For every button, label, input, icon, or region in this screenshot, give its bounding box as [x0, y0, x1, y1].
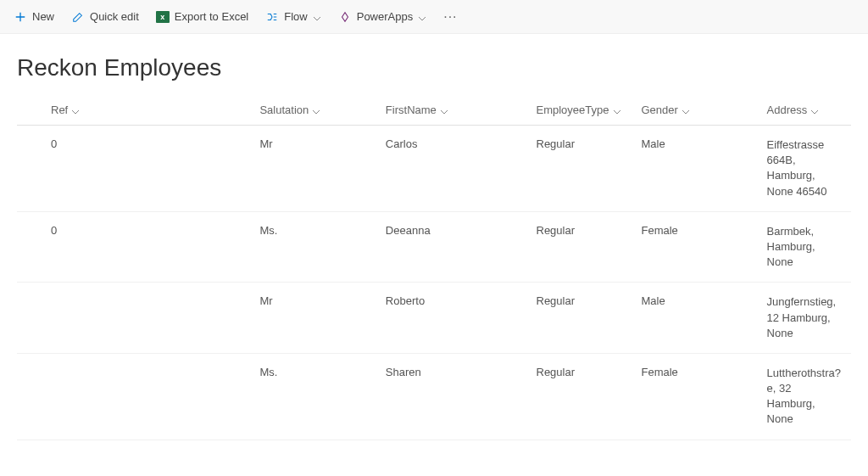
column-label: Address [767, 104, 808, 116]
cell-ref [17, 353, 249, 440]
column-label: Gender [642, 104, 678, 116]
cell-gender: Male [632, 126, 757, 212]
chevron-down-icon [440, 106, 448, 115]
cell-firstname: Deeanna [376, 211, 526, 283]
pencil-icon [71, 10, 85, 24]
chevron-down-icon [810, 106, 819, 115]
ellipsis-icon: ··· [443, 9, 457, 25]
cell-employeetype: Regular [526, 126, 632, 212]
column-header-firstname[interactable]: FirstName [386, 104, 448, 116]
chevron-down-icon [313, 13, 321, 21]
command-bar: New Quick edit x Export to Excel Flow Po… [0, 0, 868, 34]
cell-ref: 0 [17, 211, 249, 283]
table-row[interactable]: Ms. Sharen Regular Female Luttherothstra… [17, 353, 851, 440]
flow-icon [265, 10, 279, 24]
cell-salutation: Ms. [249, 353, 375, 440]
quick-edit-label: Quick edit [90, 10, 139, 23]
cell-salutation: Mr [249, 283, 375, 354]
quick-edit-button[interactable]: Quick edit [71, 10, 139, 24]
table-row[interactable]: Mr Roberto Regular Male Jungfernstieg, 1… [17, 283, 851, 354]
flow-button[interactable]: Flow [265, 10, 320, 24]
page-title: Reckon Employees [0, 34, 868, 95]
table-row[interactable]: 0 Mr Carlos Regular Male Eiffestrasse 66… [17, 126, 851, 212]
column-header-gender[interactable]: Gender [642, 104, 690, 116]
new-label: New [32, 10, 54, 23]
cell-salutation: Ms. [249, 211, 375, 283]
cell-gender: Female [632, 211, 757, 283]
column-label: FirstName [386, 104, 437, 116]
chevron-down-icon [682, 106, 690, 115]
chevron-down-icon [312, 106, 320, 115]
plus-icon [14, 10, 27, 24]
column-label: Ref [51, 104, 68, 116]
cell-employeetype: Regular [526, 283, 632, 354]
chevron-down-icon [613, 106, 621, 115]
cell-address: Barmbek, Hamburg, None [757, 211, 851, 283]
cell-firstname: Sharen [376, 353, 526, 440]
cell-gender: Female [632, 353, 757, 440]
new-button[interactable]: New [14, 10, 54, 24]
column-header-employeetype[interactable]: EmployeeType [537, 104, 621, 116]
cell-address: Jungfernstieg, 12 Hamburg, None [757, 283, 851, 354]
column-header-ref[interactable]: Ref [51, 104, 80, 116]
cell-gender: Male [632, 283, 757, 354]
export-excel-button[interactable]: x Export to Excel [156, 10, 248, 24]
cell-employeetype: Regular [526, 211, 632, 283]
cell-address: Eiffestrasse 664B, Hamburg, None 46540 [757, 126, 851, 212]
table-container: Ref Salutation FirstName [0, 95, 868, 440]
table-header-row: Ref Salutation FirstName [17, 95, 851, 126]
cell-salutation: Mr [249, 126, 375, 212]
cell-ref [17, 283, 249, 354]
column-label: Salutation [259, 104, 309, 116]
cell-employeetype: Regular [526, 353, 632, 440]
cell-firstname: Carlos [376, 126, 526, 212]
table-row[interactable]: 0 Ms. Deeanna Regular Female Barmbek, Ha… [17, 211, 851, 283]
column-header-address[interactable]: Address [767, 104, 820, 116]
flow-label: Flow [284, 10, 307, 23]
cell-firstname: Roberto [376, 283, 526, 354]
column-header-salutation[interactable]: Salutation [259, 104, 320, 116]
more-button[interactable]: ··· [443, 9, 457, 25]
cell-ref: 0 [17, 126, 249, 212]
chevron-down-icon [418, 13, 426, 21]
export-label: Export to Excel [175, 10, 248, 23]
powerapps-button[interactable]: PowerApps [338, 10, 426, 24]
column-label: EmployeeType [537, 104, 609, 116]
powerapps-icon [338, 10, 352, 24]
excel-icon: x [156, 10, 170, 24]
employees-table: Ref Salutation FirstName [17, 95, 851, 440]
chevron-down-icon [71, 106, 80, 115]
powerapps-label: PowerApps [357, 10, 413, 23]
table-body: 0 Mr Carlos Regular Male Eiffestrasse 66… [17, 126, 851, 440]
cell-address: Luttherothstra?e, 32 Hamburg, None [757, 353, 851, 440]
